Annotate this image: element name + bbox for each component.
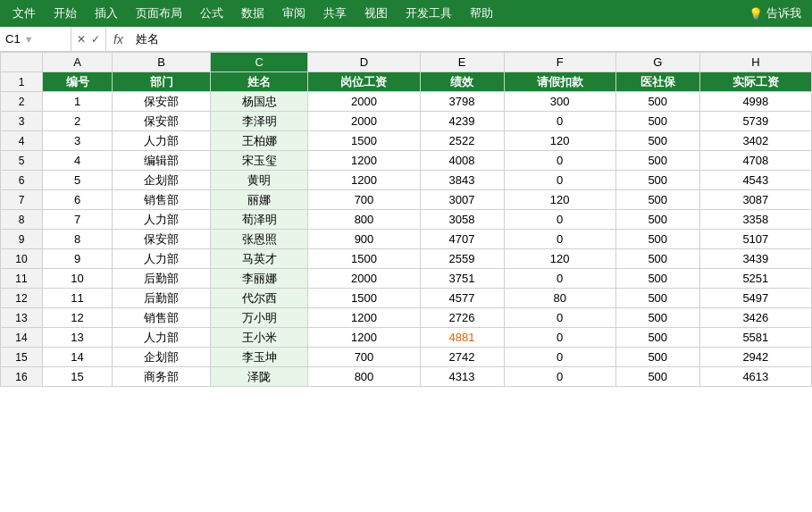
formula-content[interactable]: 姓名 <box>130 31 812 47</box>
table-cell[interactable]: 500 <box>615 171 699 190</box>
table-cell[interactable]: 0 <box>504 171 615 190</box>
table-cell[interactable]: 500 <box>615 308 699 328</box>
table-cell[interactable]: 500 <box>615 131 699 151</box>
table-cell[interactable]: 3439 <box>699 249 811 269</box>
table-cell[interactable]: 3358 <box>699 210 811 230</box>
table-cell[interactable]: 300 <box>504 92 615 112</box>
table-cell[interactable]: 2559 <box>420 249 504 269</box>
menu-help[interactable]: 帮助 <box>461 2 502 25</box>
table-cell[interactable]: 3007 <box>420 190 504 210</box>
table-cell[interactable]: 3087 <box>699 190 811 210</box>
table-cell[interactable]: 80 <box>504 289 615 308</box>
table-cell[interactable]: 1200 <box>308 171 420 190</box>
menu-formula[interactable]: 公式 <box>191 2 232 25</box>
table-cell[interactable]: 1200 <box>308 151 420 171</box>
header-姓名[interactable]: 姓名 <box>210 72 308 92</box>
table-cell[interactable]: 黄明 <box>210 171 308 190</box>
table-cell[interactable]: 0 <box>504 210 615 230</box>
table-cell[interactable]: 0 <box>504 151 615 171</box>
table-cell[interactable]: 4313 <box>420 367 504 387</box>
table-cell[interactable]: 丽娜 <box>210 190 308 210</box>
table-cell[interactable]: 3402 <box>699 131 811 151</box>
table-cell[interactable]: 500 <box>615 92 699 112</box>
table-cell[interactable]: 500 <box>615 210 699 230</box>
table-cell[interactable]: 2942 <box>699 348 811 367</box>
table-cell[interactable]: 0 <box>504 328 615 348</box>
table-cell[interactable]: 700 <box>308 190 420 210</box>
table-cell[interactable]: 代尔西 <box>210 289 308 308</box>
table-cell[interactable]: 李玉坤 <box>210 348 308 367</box>
table-cell[interactable]: 人力部 <box>113 328 211 348</box>
table-cell[interactable]: 1200 <box>308 308 420 328</box>
table-cell[interactable]: 7 <box>42 210 112 230</box>
table-cell[interactable]: 8 <box>42 230 112 249</box>
table-cell[interactable]: 商务部 <box>113 367 211 387</box>
col-header-D[interactable]: D <box>308 53 420 72</box>
table-cell[interactable]: 李泽明 <box>210 112 308 131</box>
table-cell[interactable]: 5581 <box>699 328 811 348</box>
table-cell[interactable]: 张恩照 <box>210 230 308 249</box>
tell-me-box[interactable]: 💡 告诉我 <box>741 5 808 21</box>
table-cell[interactable]: 500 <box>615 190 699 210</box>
table-cell[interactable]: 500 <box>615 269 699 289</box>
table-cell[interactable]: 500 <box>615 112 699 131</box>
table-cell[interactable]: 5497 <box>699 289 811 308</box>
table-cell[interactable]: 企划部 <box>113 171 211 190</box>
table-cell[interactable]: 泽陇 <box>210 367 308 387</box>
header-编号[interactable]: 编号 <box>42 72 112 92</box>
table-cell[interactable]: 马英才 <box>210 249 308 269</box>
table-cell[interactable]: 2000 <box>308 92 420 112</box>
table-cell[interactable]: 500 <box>615 367 699 387</box>
header-医社保[interactable]: 医社保 <box>615 72 699 92</box>
cell-reference-box[interactable]: C1 ▼ <box>0 27 71 51</box>
table-cell[interactable]: 0 <box>504 112 615 131</box>
table-cell[interactable]: 13 <box>42 328 112 348</box>
menu-pagelayout[interactable]: 页面布局 <box>127 2 191 25</box>
table-cell[interactable]: 杨国忠 <box>210 92 308 112</box>
table-cell[interactable]: 0 <box>504 367 615 387</box>
table-cell[interactable]: 5107 <box>699 230 811 249</box>
header-绩效[interactable]: 绩效 <box>420 72 504 92</box>
menu-devtools[interactable]: 开发工具 <box>397 2 461 25</box>
table-cell[interactable]: 荀泽明 <box>210 210 308 230</box>
table-cell[interactable]: 3058 <box>420 210 504 230</box>
table-cell[interactable]: 5251 <box>699 269 811 289</box>
table-cell[interactable]: 李丽娜 <box>210 269 308 289</box>
menu-start[interactable]: 开始 <box>45 2 86 25</box>
table-cell[interactable]: 1500 <box>308 289 420 308</box>
table-cell[interactable]: 500 <box>615 348 699 367</box>
table-cell[interactable]: 宋玉玺 <box>210 151 308 171</box>
table-cell[interactable]: 4008 <box>420 151 504 171</box>
col-header-E[interactable]: E <box>420 53 504 72</box>
table-cell[interactable]: 3843 <box>420 171 504 190</box>
table-cell[interactable]: 500 <box>615 289 699 308</box>
table-cell[interactable]: 15 <box>42 367 112 387</box>
header-请假扣款[interactable]: 请假扣款 <box>504 72 615 92</box>
table-cell[interactable]: 3751 <box>420 269 504 289</box>
col-header-B[interactable]: B <box>113 53 211 72</box>
table-cell[interactable]: 2 <box>42 112 112 131</box>
confirm-formula-icon[interactable]: ✓ <box>91 33 100 46</box>
table-cell[interactable]: 4707 <box>420 230 504 249</box>
table-cell[interactable]: 人力部 <box>113 210 211 230</box>
table-cell[interactable]: 保安部 <box>113 230 211 249</box>
table-cell[interactable]: 6 <box>42 190 112 210</box>
table-cell[interactable]: 4239 <box>420 112 504 131</box>
table-cell[interactable]: 2000 <box>308 269 420 289</box>
table-cell[interactable]: 4 <box>42 151 112 171</box>
table-cell[interactable]: 0 <box>504 308 615 328</box>
table-cell[interactable]: 0 <box>504 230 615 249</box>
header-部门[interactable]: 部门 <box>113 72 211 92</box>
table-cell[interactable]: 王柏娜 <box>210 131 308 151</box>
table-cell[interactable]: 4998 <box>699 92 811 112</box>
table-cell[interactable]: 0 <box>504 269 615 289</box>
table-cell[interactable]: 4543 <box>699 171 811 190</box>
table-cell[interactable]: 销售部 <box>113 308 211 328</box>
col-header-G[interactable]: G <box>615 53 699 72</box>
table-cell[interactable]: 销售部 <box>113 190 211 210</box>
table-cell[interactable]: 保安部 <box>113 112 211 131</box>
table-cell[interactable]: 14 <box>42 348 112 367</box>
table-cell[interactable]: 10 <box>42 269 112 289</box>
table-cell[interactable]: 3798 <box>420 92 504 112</box>
table-cell[interactable]: 1 <box>42 92 112 112</box>
